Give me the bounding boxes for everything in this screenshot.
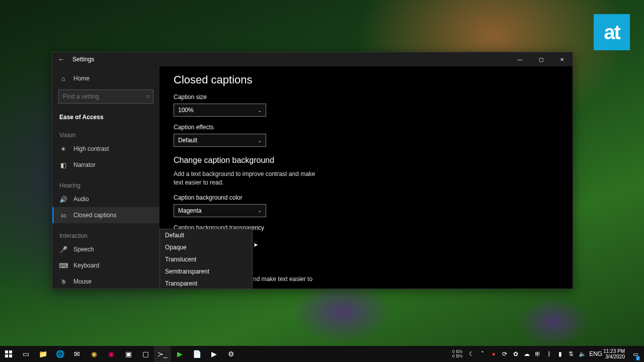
tray-overflow-icon[interactable]: ˄	[478, 350, 487, 357]
svg-rect-3	[9, 354, 12, 357]
taskbar-app-email[interactable]: ✉	[68, 346, 86, 362]
taskbar-app-explorer[interactable]: 📁	[34, 346, 51, 362]
window-controls: — ▢ ✕	[509, 52, 573, 66]
cc-icon: ㏄	[59, 211, 67, 220]
sidebar-home[interactable]: ⌂ Home	[52, 70, 159, 86]
chevron-down-icon: ⌄	[258, 138, 262, 143]
minimize-button[interactable]: —	[509, 52, 530, 66]
tray-wifi-icon[interactable]: ⇅	[567, 350, 575, 357]
taskbar-app-generic1[interactable]: ▣	[120, 346, 137, 362]
sidebar-item-closed-captions[interactable]: ㏄ Closed captions	[52, 207, 159, 223]
tray-record-icon[interactable]: ●	[490, 350, 498, 357]
svg-rect-2	[5, 354, 8, 357]
sidebar-item-label: Narrator	[73, 161, 96, 168]
tray-sync-icon[interactable]: ⟳	[501, 350, 509, 357]
sidebar-item-label: High contrast	[73, 145, 109, 152]
caption-effects-label: Caption effects	[174, 124, 558, 131]
tray-security-icon[interactable]: ⛨	[534, 350, 542, 357]
brand-logo: at	[594, 14, 630, 50]
caption-size-select[interactable]: 100% ⌄	[174, 104, 266, 117]
caption-size-label: Caption size	[174, 94, 558, 101]
notifications-button[interactable]: ▭	[631, 347, 640, 361]
taskbar-app-notes[interactable]: 📄	[188, 346, 205, 362]
bg-transparency-dropdown[interactable]: Default Opaque Translucent Semitranspare…	[159, 229, 253, 289]
network-stats[interactable]: 0 B/s0 B/s	[452, 349, 465, 358]
tray-moon-icon[interactable]: ☾	[467, 350, 475, 357]
back-button[interactable]: ←	[52, 55, 70, 63]
taskbar-app-settings[interactable]: ⚙	[222, 346, 239, 362]
obscured-text: nd make text easier to	[253, 276, 312, 283]
taskbar-app-generic2[interactable]: ▢	[137, 346, 154, 362]
bg-color-label: Caption background color	[174, 194, 558, 201]
dropdown-option-transparent[interactable]: Transparent	[160, 278, 252, 289]
sidebar-item-narrator[interactable]: ◧ Narrator	[52, 157, 159, 173]
titlebar: ← Settings — ▢ ✕	[52, 52, 573, 66]
dropdown-option-translucent[interactable]: Translucent	[160, 253, 252, 265]
start-button[interactable]	[0, 346, 17, 362]
home-icon: ⌂	[59, 75, 67, 82]
tray-battery-icon[interactable]: ▮	[556, 350, 564, 357]
search-input[interactable]	[58, 89, 153, 104]
sidebar-item-label: Mouse	[73, 278, 92, 285]
taskbar-app-ide[interactable]: ▶	[171, 346, 188, 362]
taskbar: ▭ 📁 🌐 ✉ ◉ ◉ ▣ ▢ ≻_ ▶ 📄 ▶ ⚙ 0 B/s0 B/s ☾ …	[0, 346, 644, 362]
dropdown-option-default[interactable]: Default	[160, 229, 252, 241]
sidebar-item-keyboard[interactable]: ⌨ Keyboard	[52, 257, 159, 274]
sidebar-group-vision: Vision	[52, 127, 159, 141]
section-title-bg: Change caption background	[174, 156, 558, 165]
system-tray: 0 B/s0 B/s ☾ ˄ ● ⟳ ✿ ☁ ⛨ ᛒ ▮ ⇅ 🔈 ENG 11:…	[448, 347, 644, 361]
speech-icon: 🎤	[59, 246, 67, 253]
tray-language[interactable]: ENG	[589, 350, 597, 357]
section-desc-bg: Add a text background to improve contras…	[174, 170, 325, 187]
sidebar-item-label: Audio	[73, 196, 89, 203]
tray-bluetooth-icon[interactable]: ᛒ	[545, 350, 553, 357]
sidebar-item-high-contrast[interactable]: ☀ High contrast	[52, 141, 159, 157]
keyboard-icon: ⌨	[59, 262, 67, 269]
dropdown-option-opaque[interactable]: Opaque	[160, 241, 252, 253]
taskbar-app-chrome[interactable]: ◉	[86, 346, 103, 362]
sidebar: ⌂ Home ⌕ Ease of Access Vision ☀ High co…	[52, 66, 159, 289]
taskbar-app-firefox[interactable]: ◉	[103, 346, 120, 362]
maximize-button[interactable]: ▢	[530, 52, 551, 66]
sidebar-item-label: Closed captions	[73, 212, 116, 219]
cursor-icon: ➤	[253, 241, 258, 248]
content-pane: Closed captions Caption size 100% ⌄ Capt…	[159, 66, 573, 289]
close-button[interactable]: ✕	[551, 52, 573, 66]
caption-effects-select[interactable]: Default ⌄	[174, 134, 266, 147]
svg-rect-0	[5, 350, 8, 353]
sidebar-item-mouse[interactable]: 🖰 Mouse	[52, 274, 159, 289]
sidebar-group-interaction: Interaction	[52, 227, 159, 241]
narrator-icon: ◧	[59, 161, 67, 169]
sidebar-home-label: Home	[73, 75, 90, 82]
sidebar-category[interactable]: Ease of Access	[52, 109, 159, 123]
sidebar-group-hearing: Hearing	[52, 177, 159, 191]
svg-rect-1	[9, 350, 12, 353]
caption-size-value: 100%	[178, 107, 194, 114]
caption-effects-value: Default	[178, 137, 197, 144]
window-title: Settings	[72, 56, 94, 63]
sidebar-item-speech[interactable]: 🎤 Speech	[52, 241, 159, 257]
audio-icon: 🔊	[59, 196, 67, 203]
chevron-down-icon: ⌄	[258, 208, 262, 213]
sidebar-item-label: Speech	[73, 246, 94, 253]
search-container: ⌕	[52, 86, 159, 109]
settings-window: ← Settings — ▢ ✕ ⌂ Home ⌕ Ease of Access…	[52, 52, 573, 289]
bg-color-value: Magenta	[178, 207, 202, 214]
taskbar-app-edge[interactable]: 🌐	[51, 346, 68, 362]
sidebar-item-audio[interactable]: 🔊 Audio	[52, 191, 159, 207]
mouse-icon: 🖰	[59, 278, 67, 286]
taskbar-app-media[interactable]: ▶	[205, 346, 222, 362]
contrast-icon: ☀	[59, 145, 67, 153]
tray-cloud-icon[interactable]: ☁	[523, 350, 531, 357]
taskbar-clock[interactable]: 11:23 PM3/4/2020	[600, 348, 628, 359]
bg-color-select[interactable]: Magenta ⌄	[174, 204, 266, 217]
task-view-button[interactable]: ▭	[17, 346, 34, 362]
tray-volume-icon[interactable]: 🔈	[578, 350, 586, 357]
dropdown-option-semitransparent[interactable]: Semitransparent	[160, 265, 252, 278]
tray-app-icon[interactable]: ✿	[512, 350, 520, 357]
chevron-down-icon: ⌄	[258, 108, 262, 113]
taskbar-app-terminal[interactable]: ≻_	[154, 346, 171, 362]
sidebar-item-label: Keyboard	[73, 262, 99, 269]
windows-icon	[5, 350, 12, 357]
page-title: Closed captions	[174, 73, 558, 86]
